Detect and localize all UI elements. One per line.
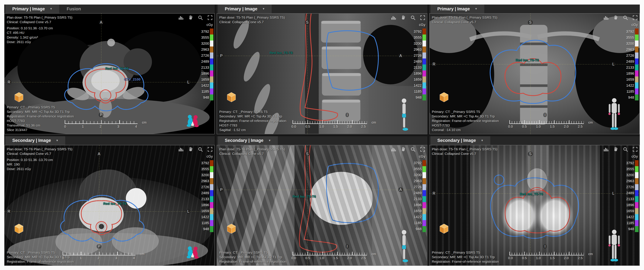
dose-level-row: 948 [624,226,638,232]
crosshair-horizontal[interactable] [4,82,214,82]
expand-icon[interactable] [632,15,638,21]
expand-icon[interactable] [207,15,213,21]
info-line: Clinical: Collapsed Cone v5.7 [432,20,498,24]
magnifier-icon[interactable] [198,15,203,21]
dose-swatch [635,71,638,77]
image-canvas-sagittal-mr[interactable]: cGy 379235553200296327262489213318961659… [217,145,427,266]
dose-swatch [210,65,214,71]
ruler-tick-label: 0 [64,125,66,128]
hand-icon[interactable] [400,147,406,152]
ruler-tick-label: 3 [115,256,117,260]
info-line: Secondary: MR: MR +C Tsp Ax 3D T1 Trp [432,255,499,259]
orientation-cube-icon[interactable] [13,91,25,103]
orientation-cube-icon[interactable] [226,222,237,235]
dose-level-row: 3555 [412,166,426,172]
dose-value: 3555 [412,167,422,171]
info-line: Clinical: Collapsed Cone v5.7 [7,20,72,24]
dose-value: 2489 [199,191,209,195]
expand-icon[interactable] [420,147,426,152]
orientation-cube-icon[interactable] [13,222,25,235]
dose-swatch [422,208,426,214]
dose-level-row: 2133 [412,196,426,202]
dose-value: 1185 [199,89,209,94]
dose-levels: 3792355532002963272624892133189616591422… [199,29,214,100]
expand-icon[interactable] [420,15,426,21]
crosshair-horizontal[interactable] [217,56,427,56]
scale-ruler: 0.00.51.01.52.02.5 cm [509,121,584,128]
image-canvas-coronal-mr[interactable]: cGy 379235553200296327262489213318961659… [429,145,640,266]
crosshair-vertical[interactable] [307,14,308,134]
tab-secondary-image[interactable]: Secondary | Image ▼ [6,136,65,145]
magnifier-icon[interactable] [623,147,628,152]
image-canvas-coronal-ct[interactable]: cGy 379235553200296327262489213318961659… [429,13,640,134]
crosshair-horizontal[interactable] [217,190,427,190]
crosshair-vertical[interactable] [530,145,530,266]
crosshair-horizontal[interactable] [4,211,214,212]
hand-icon[interactable] [188,15,193,21]
histogram-icon[interactable] [178,15,184,21]
info-line: Primary: CT: _Primary SSRS T5 [432,110,499,114]
magnifier-icon[interactable] [198,147,203,152]
dose-swatch [210,220,214,226]
dose-value: 3555 [624,167,634,171]
ruler-tick-label: 1.5 [333,256,338,260]
histogram-icon[interactable] [178,147,184,152]
tab-primary-image[interactable]: Primary | Image ▼ [6,5,59,13]
info-line: Slice 313/447 [7,128,74,132]
hand-icon[interactable] [613,147,618,152]
info-line: Registration: Frame-of-reference registr… [432,259,499,264]
image-canvas-sagittal-ct[interactable]: cGy 379235553200296327262489213318961659… [217,13,427,134]
dose-swatch [210,202,214,208]
dose-value: 3555 [412,36,422,40]
tab-secondary-image[interactable]: Secondary | Image ▼ [430,136,490,145]
dose-swatch [210,172,214,178]
image-canvas-axial-ct[interactable]: cGy 379235553200296327262489213318961659… [4,13,215,134]
info-line: Primary: CT: _Primary SSRS T5 [219,110,286,114]
viewport-tabbar: Primary | Image ▼ [217,5,427,13]
orientation-cube-icon[interactable] [438,222,450,235]
ruler-ticks-strip [65,121,138,124]
tab-primary-image[interactable]: Primary | Image ▼ [430,5,484,13]
plan-info-overlay: Plan dose: T5-T6 Plan (_Primary SSRS T5)… [7,147,72,171]
viewport-tabbar: Secondary | Image ▼ [429,136,640,145]
hand-icon[interactable] [188,147,193,152]
histogram-icon[interactable] [391,147,396,152]
dose-level-row: 948 [624,94,638,100]
dose-level-row: 3200 [412,172,426,178]
orientation-cube-icon[interactable] [226,91,237,103]
dose-level-row: 2489 [624,190,638,196]
expand-icon[interactable] [207,147,213,152]
hand-icon[interactable] [400,15,406,21]
dose-level-row: 948 [412,226,426,232]
magnifier-icon[interactable] [410,147,416,152]
magnifier-icon[interactable] [623,15,628,21]
magnifier-icon[interactable] [410,15,416,21]
orientation-cube-icon[interactable] [438,91,450,103]
dose-value: 2133 [624,65,634,70]
dose-levels: 3792355532002963272624892133189616591422… [412,160,426,232]
expand-icon[interactable] [632,147,638,152]
crosshair-horizontal[interactable] [430,64,640,65]
image-canvas-axial-mr[interactable]: cGy 379235553200296327262489213318961659… [4,145,215,266]
ruler-tick-label: 0.5 [522,125,527,128]
crosshair-horizontal[interactable] [430,193,640,194]
dose-value: 3792 [412,161,422,165]
ruler-labels: 0.00.51.01.52.02.5 [292,125,367,128]
crosshair-vertical[interactable] [530,14,530,134]
hand-icon[interactable] [613,15,618,21]
dose-value: 1185 [624,221,634,225]
ruler-tick-label: 2 [98,256,100,260]
crosshair-vertical[interactable] [307,145,308,266]
ruler-unit: cm [372,252,376,256]
histogram-icon[interactable] [603,15,609,21]
histogram-icon[interactable] [603,147,609,152]
tab-secondary-image[interactable]: Secondary | Image ▼ [218,136,278,145]
info-line: Position: 0.10 51.36 -13.70 cm [7,158,72,162]
ruler-tick-label: 2.0 [564,125,568,128]
histogram-icon[interactable] [391,15,396,21]
dose-swatch [635,82,638,88]
tab-primary-image[interactable]: Primary | Image ▼ [218,5,272,13]
dose-value: 1659 [412,209,422,213]
info-line: Plan dose: T5-T6 Plan (_Primary SSRS T5) [7,15,72,20]
tab-fusion[interactable]: Fusion [60,5,88,13]
